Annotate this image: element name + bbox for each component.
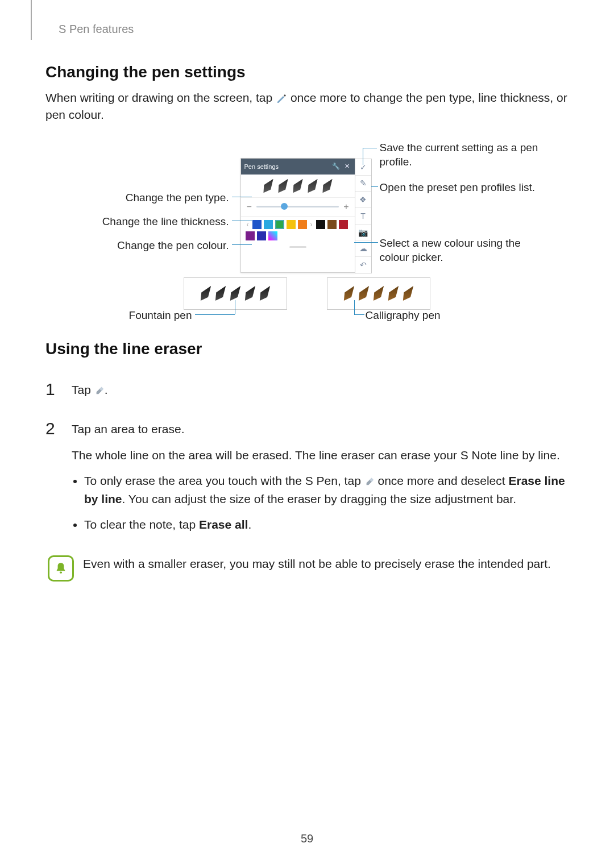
label-fountain-pen: Fountain pen bbox=[124, 309, 192, 323]
breadcrumb: S Pen features bbox=[59, 23, 571, 36]
wrench-icon: 🔧 bbox=[332, 163, 340, 171]
cloud-icon: ☁ bbox=[355, 240, 371, 257]
pen-profile-icon: ✎ bbox=[355, 176, 371, 192]
callout-pen-colour: Change the pen colour. bbox=[117, 239, 229, 253]
chevron-right-icon: › bbox=[309, 221, 314, 229]
step1-text-after: . bbox=[105, 383, 108, 396]
preset-list-icon: ❖ bbox=[355, 192, 371, 208]
thickness-row: − + bbox=[241, 197, 355, 216]
camera-icon: 📷 bbox=[355, 225, 371, 241]
minus-icon: − bbox=[247, 202, 252, 212]
intro-text-before: When writing or drawing on the screen, t… bbox=[45, 91, 276, 104]
callout-pen-type: Change the pen type. bbox=[126, 191, 229, 205]
colour-picker-icon bbox=[268, 231, 277, 240]
close-icon: ✕ bbox=[343, 163, 351, 171]
step1-text-before: Tap bbox=[72, 383, 94, 396]
calligraphy-pen-sample bbox=[327, 277, 430, 310]
manual-page: S Pen features Changing the pen settings… bbox=[0, 0, 614, 868]
step-2: 2 Tap an area to erase. The whole line o… bbox=[45, 420, 571, 542]
step2-line1: Tap an area to erase. bbox=[72, 420, 571, 438]
callout-line-thickness: Change the line thickness. bbox=[102, 215, 229, 229]
undo-icon: ↶ bbox=[355, 257, 371, 273]
eraser-icon bbox=[364, 473, 375, 483]
checkmark-icon: ✓ bbox=[355, 159, 371, 176]
callout-save-profile: Save the current setting as a pen profil… bbox=[380, 141, 550, 169]
callout-colour-picker: Select a new colour using the colour pic… bbox=[380, 236, 550, 264]
thickness-slider bbox=[256, 206, 339, 207]
pen-icon bbox=[276, 92, 287, 103]
step-number-2: 2 bbox=[45, 420, 61, 542]
step2-line2: The whole line on the area will be erase… bbox=[72, 446, 571, 464]
panel-title-bar: Pen settings 🔧 ✕ bbox=[241, 159, 355, 175]
pen-type-row bbox=[241, 175, 355, 197]
step-number-1: 1 bbox=[45, 381, 61, 407]
step-1: 1 Tap . bbox=[45, 381, 571, 407]
bullet-erase-area: To only erase the area you touch with th… bbox=[84, 472, 571, 508]
intro-paragraph: When writing or drawing on the screen, t… bbox=[45, 89, 571, 124]
drag-handle-icon bbox=[241, 244, 355, 251]
fountain-pen-sample bbox=[184, 277, 287, 310]
page-number: 59 bbox=[0, 832, 614, 845]
label-calligraphy-pen: Calligraphy pen bbox=[366, 309, 441, 323]
eraser-icon bbox=[94, 382, 105, 392]
pen-settings-diagram: Pen settings 🔧 ✕ − + ‹ bbox=[47, 141, 570, 323]
note-text: Even with a smaller eraser, you may stil… bbox=[83, 555, 551, 582]
heading-line-eraser: Using the line eraser bbox=[45, 340, 571, 358]
panel-title: Pen settings bbox=[244, 163, 279, 170]
plus-icon: + bbox=[343, 202, 349, 212]
svg-rect-4 bbox=[60, 571, 62, 573]
colour-row: ‹ › bbox=[241, 216, 355, 244]
text-tool-icon: T bbox=[355, 208, 371, 225]
right-tool-strip: ✓ ✎ ❖ T 📷 ☁ ↶ bbox=[355, 159, 372, 273]
pen-settings-panel: Pen settings 🔧 ✕ − + ‹ bbox=[240, 158, 355, 273]
bullet-erase-all: To clear the note, tap Erase all. bbox=[84, 516, 571, 534]
heading-changing-pen-settings: Changing the pen settings bbox=[45, 63, 571, 81]
chevron-left-icon: ‹ bbox=[246, 221, 250, 229]
side-rule bbox=[31, 0, 32, 40]
note-callout: Even with a smaller eraser, you may stil… bbox=[48, 555, 571, 582]
callout-preset-list: Open the preset pen profiles list. bbox=[380, 181, 536, 195]
note-bell-icon bbox=[48, 555, 74, 582]
